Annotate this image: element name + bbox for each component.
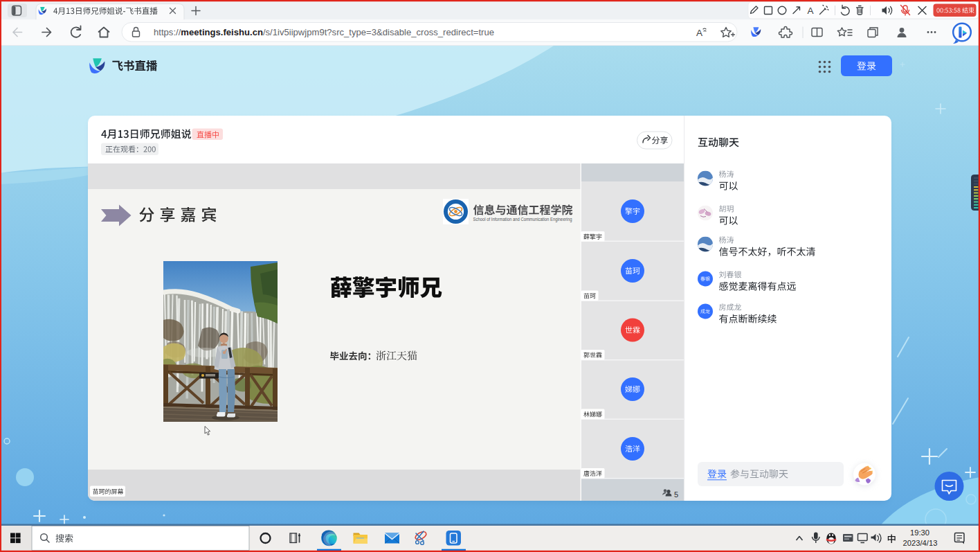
svg-text:5: 5 — [674, 490, 678, 499]
svg-text:School of Information and Comm: School of Information and Communication … — [473, 217, 572, 222]
svg-text:2023/4/13: 2023/4/13 — [903, 539, 938, 547]
svg-text:A: A — [696, 28, 702, 38]
svg-text:https://meetings.feishu.cn/s/1: https://meetings.feishu.cn/s/1iv5iipwjpm… — [154, 27, 494, 37]
svg-text:19:30: 19:30 — [910, 528, 929, 537]
svg-text:A: A — [808, 6, 814, 16]
